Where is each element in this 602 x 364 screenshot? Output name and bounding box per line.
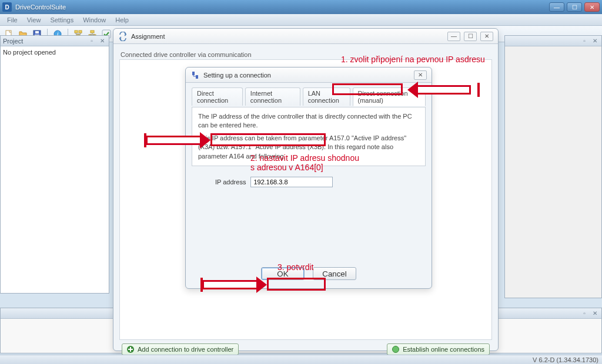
ip-address-label: IP address — [215, 178, 246, 186]
add-connection-label: Add connection to drive controller — [138, 346, 233, 353]
version-label: V 6.2-D (1.34.34.1730) — [533, 356, 598, 363]
connection-dialog: Setting up a connection ✕ Direct connect… — [185, 67, 432, 289]
maximize-button[interactable]: ☐ — [567, 2, 582, 12]
minimize-button[interactable]: — — [549, 2, 564, 12]
menu-window[interactable]: Window — [78, 16, 111, 23]
app-titlebar: D DriveControlSuite — ☐ ✕ — [0, 0, 602, 14]
panel-pin-icon[interactable]: ▫ — [88, 37, 96, 45]
panel-pin-icon[interactable]: ▫ — [580, 309, 588, 318]
menu-file[interactable]: File — [2, 16, 22, 23]
svg-rect-7 — [79, 31, 82, 33]
menu-settings[interactable]: Settings — [45, 16, 78, 23]
assignment-title: Assignment — [131, 33, 447, 40]
connection-dialog-title: Setting up a connection — [203, 72, 414, 79]
menu-help[interactable]: Help — [111, 16, 133, 23]
assignment-icon — [118, 32, 128, 41]
tab-lan[interactable]: LAN connection — [303, 87, 350, 106]
svg-rect-13 — [192, 72, 195, 75]
panel-close-icon[interactable]: ✕ — [591, 37, 599, 45]
project-panel-body: No project opened — [1, 46, 109, 58]
tab-internet[interactable]: Internet connection — [245, 87, 300, 106]
project-panel: Project ▫ ✕ No project opened — [0, 35, 109, 294]
tab-manual[interactable]: Direct connection (manual) — [353, 87, 426, 106]
ok-button[interactable]: OK — [261, 267, 305, 280]
project-panel-title: Project — [3, 38, 23, 45]
window-min-icon[interactable]: — — [447, 32, 460, 41]
tab-direct[interactable]: Direct connection — [192, 87, 243, 106]
cancel-button[interactable]: Cancel — [313, 267, 356, 280]
menu-view[interactable]: View — [22, 16, 46, 23]
connection-info: The IP address of the drive controller t… — [192, 107, 426, 166]
panel-close-icon[interactable]: ✕ — [98, 37, 106, 45]
go-icon — [392, 346, 399, 353]
info-line-1: The IP address of the drive controller t… — [198, 112, 419, 130]
dialog-close-icon[interactable]: ✕ — [414, 70, 427, 80]
establish-connections-button[interactable]: Establish online connections — [387, 343, 490, 355]
svg-rect-9 — [91, 31, 94, 33]
status-bar: V 6.2-D (1.34.34.1730) — [0, 355, 602, 364]
plus-icon — [127, 346, 134, 353]
group-label: Connected drive controller via communica… — [121, 51, 492, 58]
panel-pin-icon[interactable]: ▫ — [580, 37, 588, 45]
add-connection-button[interactable]: Add connection to drive controller — [122, 343, 239, 355]
info-line-2: This IP address can be taken from parame… — [198, 134, 419, 161]
window-close-icon[interactable]: ✕ — [480, 32, 493, 41]
connection-icon — [190, 70, 200, 80]
app-title: DriveControlSuite — [15, 4, 549, 11]
app-icon: D — [2, 2, 12, 12]
establish-connections-label: Establish online connections — [403, 346, 484, 353]
svg-rect-3 — [35, 31, 39, 33]
window-max-icon[interactable]: ☐ — [464, 32, 477, 41]
menu-bar: File View Settings Window Help — [0, 14, 602, 26]
close-button[interactable]: ✕ — [584, 2, 600, 12]
connection-tabs: Direct connection Internet connection LA… — [192, 87, 426, 106]
right-panel: ▫ ✕ — [504, 35, 602, 298]
ip-address-input[interactable] — [250, 177, 333, 187]
panel-close-icon[interactable]: ✕ — [591, 309, 599, 318]
svg-rect-6 — [75, 31, 78, 33]
